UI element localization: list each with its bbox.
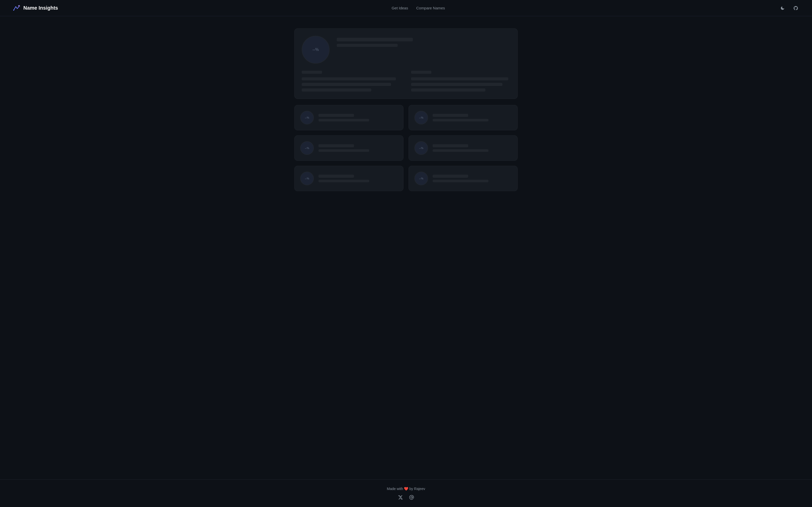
skeleton-mc3-sub (318, 149, 369, 152)
skeleton-header-left (302, 71, 322, 74)
mini-circle-1: --% (300, 111, 314, 124)
svg-point-0 (13, 10, 14, 11)
mini-card-info-4 (433, 144, 512, 152)
top-card-col-right (411, 71, 510, 92)
nav-right (778, 4, 800, 12)
dark-mode-toggle[interactable] (778, 4, 786, 12)
footer-by: by Rajeev (409, 487, 425, 491)
mini-score-6: --% (419, 177, 423, 180)
mini-circle-4: --% (414, 141, 428, 155)
nav-link-compare-names[interactable]: Compare Names (416, 6, 445, 10)
at-icon (409, 495, 414, 500)
main-score-circle: --% (302, 36, 329, 64)
main-score-text: --% (313, 47, 319, 52)
mini-card-info-5 (318, 175, 398, 182)
mini-score-5: --% (305, 177, 309, 180)
github-button[interactable] (792, 4, 800, 12)
top-card-body (302, 71, 510, 92)
mini-card-5: --% (294, 166, 403, 191)
mini-card-3: --% (294, 135, 403, 161)
skeleton-subtitle (337, 44, 398, 47)
skeleton-line-6 (411, 89, 486, 92)
skeleton-line-1 (302, 77, 396, 80)
mini-circle-6: --% (414, 172, 428, 185)
skeleton-mc2-title (433, 114, 468, 117)
skeleton-mc6-sub (433, 180, 489, 182)
mini-card-2: --% (409, 105, 518, 130)
footer: Made with ❤️ by Rajeev (0, 480, 812, 507)
skeleton-line-2 (302, 83, 391, 86)
mini-score-1: --% (305, 116, 309, 119)
mini-circle-2: --% (414, 111, 428, 124)
skeleton-mc4-sub (433, 149, 489, 152)
skeleton-mc2-sub (433, 119, 489, 121)
skeleton-title (337, 38, 413, 41)
mini-card-info-6 (433, 175, 512, 182)
footer-text: Made with ❤️ by Rajeev (387, 487, 425, 491)
skeleton-mc1-sub (318, 119, 369, 121)
nav-left: Name Insights (12, 4, 58, 12)
skeleton-line-3 (302, 89, 371, 92)
nav-center: Get Ideas Compare Names (392, 6, 445, 10)
mini-cards-grid: --% --% --% (294, 105, 518, 191)
nav-title: Name Insights (23, 5, 58, 11)
mini-card-info-2 (433, 114, 512, 121)
email-button[interactable] (409, 495, 414, 500)
footer-made-with: Made with (387, 487, 403, 491)
skeleton-mc1-title (318, 114, 354, 117)
mini-card-6: --% (409, 166, 518, 191)
github-icon (793, 6, 798, 11)
mini-score-2: --% (419, 116, 423, 119)
top-card: --% (294, 29, 518, 99)
top-card-col-left (302, 71, 401, 92)
mini-circle-5: --% (300, 172, 314, 185)
footer-icons (398, 495, 414, 500)
mini-card-info-1 (318, 114, 398, 121)
twitter-button[interactable] (398, 495, 403, 500)
footer-heart: ❤️ (404, 487, 408, 491)
mini-card-4: --% (409, 135, 518, 161)
svg-point-1 (411, 497, 413, 498)
navbar: Name Insights Get Ideas Compare Names (0, 0, 812, 16)
skeleton-line-5 (411, 83, 502, 86)
mini-card-info-3 (318, 144, 398, 152)
mini-score-3: --% (305, 147, 309, 150)
main-content: --% --% (0, 16, 812, 480)
mini-circle-3: --% (300, 141, 314, 155)
skeleton-mc6-title (433, 175, 468, 178)
moon-icon (780, 6, 785, 10)
skeleton-line-4 (411, 77, 508, 80)
mini-score-4: --% (419, 147, 423, 150)
mini-card-1: --% (294, 105, 403, 130)
skeleton-mc3-title (318, 144, 354, 147)
skeleton-mc5-sub (318, 180, 369, 182)
skeleton-mc4-title (433, 144, 468, 147)
skeleton-header-right (411, 71, 432, 74)
nav-link-get-ideas[interactable]: Get Ideas (392, 6, 408, 10)
twitter-x-icon (398, 495, 403, 500)
top-card-header: --% (302, 36, 510, 64)
skeleton-mc5-title (318, 175, 354, 178)
logo-icon (12, 4, 20, 12)
top-card-info (337, 36, 510, 47)
